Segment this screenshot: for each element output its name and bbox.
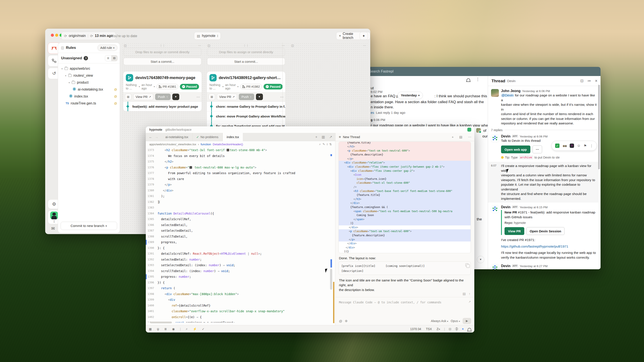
- ci-status-badge[interactable]: ✓Passed: [264, 84, 283, 89]
- code-line[interactable]: 1401 className="overflow-x-auto scrollba…: [146, 308, 330, 314]
- date-jump-pill[interactable]: Yesterday▾: [398, 92, 423, 99]
- tree-item-routetree-gen-ts[interactable]: TSrouteTree.gen.ts⊘: [58, 100, 120, 107]
- tree-item-routes-view[interactable]: ▾routes/_view: [58, 72, 120, 79]
- new-tab-icon[interactable]: +: [313, 135, 320, 139]
- code-line[interactable]: 1391 detailsScrollRef: React.RefObject<H…: [146, 251, 330, 257]
- drag-handle-icon[interactable]: ⋮⋮: [243, 44, 249, 47]
- web-context-icon[interactable]: ⊕: [345, 319, 348, 323]
- bell-icon[interactable]: [466, 78, 470, 81]
- nav-forward-icon[interactable]: →: [154, 135, 162, 139]
- open-devin-session-button[interactable]: Open Devin Session: [526, 227, 564, 235]
- code-line[interactable]: 1375 </h2>: [146, 159, 330, 165]
- code-line[interactable]: 1398 <div className="max-[800px]:block h…: [146, 291, 330, 297]
- ai-actions-button[interactable]: ✦: [360, 32, 368, 40]
- bookmark-icon[interactable]: ⚑: [584, 144, 587, 148]
- code-line[interactable]: 1393 setSelectedDetail: (index: number) …: [146, 262, 330, 268]
- tab-ai-notetaking-tsx[interactable]: ai-notetaking.tsx: [162, 133, 192, 141]
- tab-no-problems[interactable]: ✓No problems: [192, 133, 222, 141]
- add-rule-button[interactable]: Add rule +: [97, 44, 118, 51]
- code-line[interactable]: 1389 progress,: [146, 239, 330, 245]
- code-line[interactable]: 1382}: [146, 199, 330, 205]
- copy-icon[interactable]: [466, 263, 468, 267]
- nav-back-icon[interactable]: ←: [146, 135, 154, 139]
- permission-mode-select[interactable]: Always Ask ▾: [431, 319, 448, 323]
- outline-icon[interactable]: ⇅: [330, 142, 332, 146]
- eyes-reaction-icon[interactable]: ◉◉: [562, 144, 567, 147]
- start-commit-button[interactable]: Start a commit...: [124, 58, 202, 65]
- terminal-icon[interactable]: ⊡: [449, 327, 452, 331]
- view-toggle[interactable]: ≣ ⊟: [105, 55, 118, 61]
- agent-composer[interactable]: Message Claude Code — @ to include conte…: [339, 301, 441, 304]
- filter-icon[interactable]: ≔: [587, 79, 591, 83]
- ai-commit-button[interactable]: ✦: [256, 94, 263, 100]
- branch-card-header[interactable]: devin/1764380749-memory-page: [123, 71, 202, 83]
- pr-badge[interactable]: PR #1982: [240, 84, 262, 89]
- slack-replies-line[interactable]: es Last reply 1 day ago: [371, 111, 405, 114]
- assistant-icon[interactable]: ✦: [462, 327, 464, 331]
- cursor-icon[interactable]: Ι: [327, 143, 328, 146]
- pane-icon[interactable]: ◫: [124, 44, 126, 47]
- close-icon[interactable]: ×: [595, 78, 598, 83]
- tree-item-index-tsx[interactable]: index.tsx⊘: [58, 93, 120, 100]
- mention-context-icon[interactable]: @: [339, 319, 342, 323]
- start-commit-button[interactable]: Start a commit...: [207, 58, 285, 65]
- more-actions-button[interactable]: ⋯: [532, 145, 542, 153]
- code-line[interactable]: 1394 scrollToDetail: (index: number) ⇒ v…: [146, 268, 330, 274]
- ci-status-badge[interactable]: ✓Passed: [180, 84, 199, 89]
- code-line[interactable]: 1399 <div: [146, 297, 330, 303]
- code-line[interactable]: 1403 const container = e.currentTarget;: [146, 320, 330, 323]
- pane-icon[interactable]: ◫: [208, 44, 210, 47]
- review-button[interactable]: ⊞: [208, 94, 215, 100]
- ai-commit-button[interactable]: ✦: [172, 94, 179, 100]
- vertical-scrollbar[interactable]: [330, 269, 332, 290]
- thread-message[interactable]: DevinAPPYesterday at 6:27 PMDevin is awa…: [491, 264, 597, 269]
- cursor-position[interactable]: 1370:34: [410, 327, 421, 331]
- editor-title-bar[interactable]: hyprnote gitbutler/workspace: [146, 126, 474, 133]
- more-vertical-icon[interactable]: ⋮: [476, 77, 480, 82]
- scroll-to-bottom-button[interactable]: ▾: [477, 256, 484, 263]
- drag-handle-icon[interactable]: ⋮⋮: [160, 44, 165, 47]
- search-icon[interactable]: ⌕: [319, 142, 321, 146]
- code-line[interactable]: 1384function DetailsMobileCarousel({: [146, 211, 330, 217]
- code-line[interactable]: 1373 <h2 className="text-3xl font-serif …: [146, 147, 330, 153]
- branch-card-header[interactable]: devin/1764380912-gallery-shortcuts: [207, 71, 285, 83]
- expand-composer-icon[interactable]: ↗: [468, 300, 471, 303]
- commit-to-new-branch-button[interactable]: Commit to new branch +: [60, 222, 117, 230]
- push-button[interactable]: Push ↑: [239, 94, 254, 100]
- code-line[interactable]: 1395 progress: number;: [146, 274, 330, 280]
- feedback-button[interactable]: ✉: [51, 226, 55, 231]
- project-panel-icon[interactable]: ▦: [149, 327, 152, 331]
- git-panel-icon[interactable]: ψ: [157, 327, 159, 331]
- lane-menu-icon[interactable]: ⋯: [363, 44, 366, 47]
- model-select[interactable]: Opus ▾: [451, 319, 460, 323]
- code-line[interactable]: 1386 selectedDetail,: [146, 222, 330, 228]
- review-button[interactable]: ⊞: [125, 94, 132, 100]
- drop-files-zone[interactable]: Drop files to assign or commit directly: [124, 48, 202, 56]
- tab-index-tsx[interactable]: index.tsx: [222, 133, 243, 141]
- project-switcher[interactable]: ▤ hyprnote ▴▾: [194, 32, 221, 40]
- thread-message[interactable]: 6:07I'll create a responsive roadmap pag…: [488, 162, 598, 203]
- close-window-button[interactable]: [51, 34, 54, 37]
- view-pr-button[interactable]: View PR ↗: [217, 94, 237, 100]
- tree-item-apps-web-src[interactable]: ▾apps/web/src: [58, 65, 120, 72]
- drop-files-zone[interactable]: Drop files to assign or commit directly: [207, 48, 285, 56]
- branch-menu-icon[interactable]: ⋯: [196, 95, 200, 99]
- commit-row[interactable]: chore: move Prompt Gallery above Workflo…: [207, 111, 285, 121]
- diff-preview[interactable]: {feature.title} </h3> <p className="text…: [338, 142, 471, 253]
- pr-link[interactable]: https://github.com/fastrepl/hyprnote/pul…: [501, 244, 596, 249]
- code-line[interactable]: 1380 </div>: [146, 188, 330, 193]
- code-line[interactable]: 1379 </p>: [146, 182, 330, 188]
- user-mention[interactable]: @Devin: [501, 93, 514, 97]
- code-line[interactable]: 1381 );: [146, 193, 330, 199]
- minimize-window-button[interactable]: [55, 34, 58, 37]
- more-vertical-icon[interactable]: ⋮: [590, 144, 593, 148]
- code-line[interactable]: 1376 <p className=" text-neutral-600 max…: [146, 165, 330, 170]
- debug-icon[interactable]: [455, 328, 458, 330]
- check-reaction-icon[interactable]: ✓: [555, 144, 560, 148]
- horizontal-scrollbar[interactable]: [150, 322, 172, 323]
- markdown-icon[interactable]: ▤: [462, 292, 466, 296]
- list-view-icon[interactable]: ≣: [105, 55, 111, 61]
- tree-view-icon[interactable]: ⊟: [111, 55, 117, 61]
- commit-row[interactable]: feat(web): add memory layer product page: [123, 101, 202, 111]
- code-line[interactable]: 1396}) {: [146, 280, 330, 286]
